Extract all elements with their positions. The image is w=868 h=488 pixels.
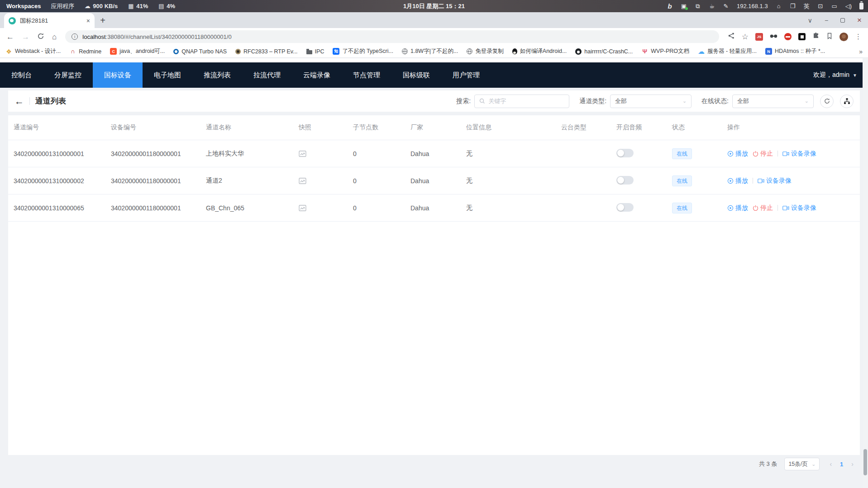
clock[interactable]: 1月10日 星期二 15：21 bbox=[403, 2, 465, 10]
refresh-button[interactable] bbox=[820, 95, 834, 108]
channel-type-select[interactable]: 全部⌄ bbox=[610, 95, 692, 108]
workspaces-button[interactable]: Workspaces bbox=[6, 3, 41, 9]
kde-connect-icon[interactable]: ⊡ bbox=[817, 3, 824, 9]
bookmark-typescript[interactable]: 1.8W字|了不起的... bbox=[402, 47, 458, 55]
bookmarks-overflow-icon[interactable]: » bbox=[859, 48, 863, 55]
home-tray-icon[interactable]: ⌂ bbox=[776, 3, 782, 9]
profile-avatar[interactable] bbox=[839, 33, 848, 41]
extensions-puzzle-icon[interactable] bbox=[812, 32, 820, 41]
play-button[interactable]: 播放 bbox=[727, 177, 748, 185]
bookmark-hdatmos[interactable]: NHDAtmos :: 种子 *... bbox=[765, 47, 825, 55]
display-icon[interactable]: ▭ bbox=[831, 3, 838, 9]
device-record-button[interactable]: 设备录像 bbox=[782, 150, 816, 158]
forward-button[interactable]: → bbox=[22, 33, 29, 41]
bookmark-server[interactable]: ☁服务器 - 轻量应用... bbox=[698, 47, 757, 55]
nav-item-nodes[interactable]: 节点管理 bbox=[342, 62, 391, 88]
nav-item-pull-proxy[interactable]: 拉流代理 bbox=[242, 62, 292, 88]
nav-item-cascade[interactable]: 国标级联 bbox=[391, 62, 441, 88]
play-button[interactable]: 播放 bbox=[727, 204, 748, 212]
bookmark-github[interactable]: hairrrrr/C-CrashC... bbox=[575, 48, 633, 55]
bookmark-qnap[interactable]: QNAP Turbo NAS bbox=[173, 48, 227, 55]
input-method-indicator[interactable]: 英 bbox=[804, 2, 810, 10]
window-close-button[interactable]: × bbox=[857, 16, 862, 25]
nav-item-console[interactable]: 控制台 bbox=[0, 62, 43, 88]
extension-dark-icon[interactable] bbox=[798, 33, 806, 40]
reload-button[interactable] bbox=[37, 33, 44, 41]
next-page-button[interactable]: › bbox=[851, 460, 854, 468]
scrollbar-track[interactable] bbox=[863, 58, 868, 488]
rfc-icon bbox=[235, 49, 241, 54]
nav-item-gb-devices[interactable]: 国标设备 bbox=[93, 62, 143, 88]
nav-item-push-streams[interactable]: 推流列表 bbox=[192, 62, 242, 88]
extension-js-icon[interactable]: JS bbox=[755, 33, 763, 41]
extension-adblock-icon[interactable] bbox=[784, 33, 792, 40]
bookmark-webstack[interactable]: ❖Webstack - 设计... bbox=[5, 47, 61, 55]
window-minimize-button[interactable]: − bbox=[825, 17, 828, 24]
site-info-icon[interactable]: i bbox=[72, 33, 78, 40]
extension-goggles-icon[interactable] bbox=[770, 33, 777, 41]
ip-address-indicator[interactable]: 192.168.1.3 bbox=[737, 3, 768, 9]
nav-item-cloud-record[interactable]: 云端录像 bbox=[292, 62, 342, 88]
window-maximize-button[interactable] bbox=[840, 18, 845, 23]
bookmark-zhihu[interactable]: 知了不起的 TypeScri... bbox=[333, 47, 393, 55]
applications-menu[interactable]: 应用程序 bbox=[51, 2, 74, 10]
snapshot-thumbnail[interactable] bbox=[299, 151, 348, 157]
bookmark-flag-icon[interactable] bbox=[826, 33, 833, 41]
back-button[interactable]: ← bbox=[6, 33, 14, 41]
bookmark-rfc2833[interactable]: RFC2833 – RTP Ev... bbox=[235, 48, 298, 55]
nav-item-users[interactable]: 用户管理 bbox=[441, 62, 491, 88]
browser-menu-icon[interactable]: ⋮ bbox=[855, 33, 862, 41]
stop-button[interactable]: 停止 bbox=[753, 204, 773, 212]
play-button[interactable]: 播放 bbox=[727, 150, 748, 158]
caffeine-tray-icon[interactable]: ☕ bbox=[709, 3, 715, 9]
network-speed-indicator[interactable]: ☁900 KB/s bbox=[84, 3, 118, 9]
online-status-select[interactable]: 全部⌄ bbox=[732, 95, 814, 108]
memory-icon: ▤ bbox=[158, 3, 164, 9]
cpu-usage-indicator[interactable]: ▦41% bbox=[128, 3, 148, 9]
device-record-button[interactable]: 设备录像 bbox=[758, 177, 792, 185]
windows-tray-icon[interactable]: ❐ bbox=[790, 3, 796, 9]
page-size-select[interactable]: 15条/页⌄ bbox=[784, 458, 820, 470]
tab-search-icon[interactable]: ∨ bbox=[808, 17, 812, 24]
bing-tray-icon[interactable]: b bbox=[667, 2, 673, 10]
cell-channel-name: 通道2 bbox=[200, 177, 293, 185]
home-button[interactable]: ⌂ bbox=[52, 33, 57, 41]
new-tab-button[interactable]: + bbox=[96, 14, 109, 27]
device-record-button[interactable]: 设备录像 bbox=[782, 204, 816, 212]
color-picker-tray-icon[interactable]: ✎ bbox=[723, 3, 729, 9]
screenshot-tray-icon[interactable]: ▣ bbox=[681, 3, 687, 9]
user-menu[interactable]: 欢迎，admin▼ bbox=[813, 71, 868, 79]
col-actions: 操作 bbox=[722, 123, 860, 132]
address-bar[interactable]: i localhost:38080/#/channelList/34020000… bbox=[65, 30, 719, 43]
bookmark-wvp[interactable]: ΨWVP-PRO文档 bbox=[641, 47, 689, 55]
divider bbox=[777, 151, 778, 156]
nav-item-split-monitor[interactable]: 分屏监控 bbox=[43, 62, 93, 88]
battery-icon[interactable] bbox=[859, 3, 863, 9]
clipboard-tray-icon[interactable]: ⧉ bbox=[695, 3, 701, 10]
audio-toggle[interactable] bbox=[616, 149, 634, 157]
pagination-bar: 共 3 条 15条/页⌄ ‹ 1 › bbox=[759, 458, 854, 470]
share-icon[interactable] bbox=[728, 32, 735, 41]
bookmark-redmine[interactable]: ∩Redmine bbox=[69, 48, 101, 55]
prev-page-button[interactable]: ‹ bbox=[830, 460, 832, 468]
back-arrow-button[interactable]: ← bbox=[14, 96, 24, 106]
audio-toggle[interactable] bbox=[616, 203, 634, 212]
memory-usage-indicator[interactable]: ▤4% bbox=[158, 3, 175, 9]
bookmark-copy[interactable]: 免登录复制 bbox=[467, 47, 504, 55]
stop-button[interactable]: 停止 bbox=[753, 150, 773, 158]
tab-close-icon[interactable]: × bbox=[86, 17, 90, 24]
device-tree-button[interactable] bbox=[840, 95, 854, 108]
nav-item-map[interactable]: 电子地图 bbox=[143, 62, 192, 88]
volume-icon[interactable]: ◁) bbox=[845, 3, 852, 9]
search-input[interactable] bbox=[488, 98, 564, 104]
bookmark-folder-ipc[interactable]: IPC bbox=[306, 48, 324, 55]
snapshot-thumbnail[interactable] bbox=[299, 205, 348, 211]
snapshot-thumbnail[interactable] bbox=[299, 178, 348, 184]
current-page[interactable]: 1 bbox=[840, 461, 843, 468]
browser-tab[interactable]: 国标28181 × bbox=[4, 13, 95, 28]
bookmark-star-icon[interactable]: ☆ bbox=[742, 33, 749, 41]
bookmark-android[interactable]: 如何编译Android... bbox=[512, 47, 567, 55]
scrollbar-thumb[interactable] bbox=[863, 449, 867, 475]
audio-toggle[interactable] bbox=[616, 176, 634, 185]
bookmark-csdn[interactable]: Cjava、android可... bbox=[110, 47, 165, 55]
